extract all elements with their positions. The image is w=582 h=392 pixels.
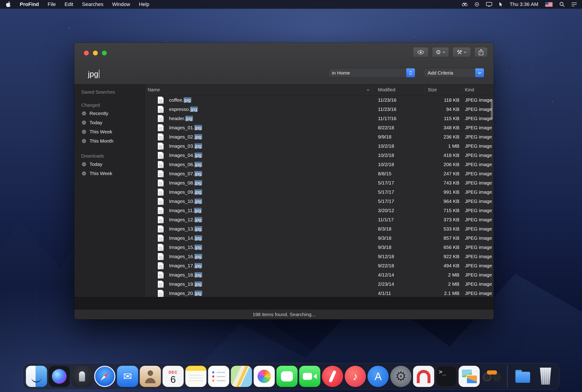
file-size: 494 KB — [425, 263, 462, 268]
dock-launchpad-icon[interactable] — [72, 366, 93, 387]
dock-mail-icon[interactable]: ✉ — [117, 366, 138, 387]
menu-file[interactable]: File — [48, 2, 56, 7]
dock-calendar-icon[interactable]: DEC6 — [163, 366, 184, 387]
sidebar-item-downloads-today[interactable]: Today — [81, 160, 145, 169]
dock-contacts-icon[interactable] — [140, 366, 161, 387]
dock-messages-icon[interactable] — [276, 366, 298, 387]
table-row[interactable]: Images_01.jpg 8/22/18 348 KB JPEG image — [145, 123, 494, 132]
menubar-clock[interactable]: Thu 3:36 AM — [510, 2, 538, 7]
dock-downloads-folder-icon[interactable] — [512, 366, 534, 387]
menu-searches[interactable]: Searches — [82, 2, 103, 7]
column-header-modified[interactable]: Modified — [373, 84, 425, 95]
display-menu-icon[interactable] — [486, 2, 492, 7]
dock-maps-icon[interactable] — [231, 366, 252, 387]
file-name-match: jpg — [194, 272, 202, 278]
dock-photos-icon[interactable] — [254, 366, 275, 387]
action-menu-button[interactable]: ⚙ — [432, 48, 449, 57]
dock-reminders-icon[interactable] — [208, 366, 229, 387]
notification-center-icon[interactable] — [572, 2, 577, 6]
menu-window[interactable]: Window — [112, 2, 130, 7]
document-icon — [158, 170, 164, 177]
file-name-cell: coffee.jpg — [145, 96, 373, 104]
sidebar-item-today[interactable]: Today — [81, 118, 145, 127]
file-name-match: jpg — [184, 97, 192, 102]
input-source-flag-icon[interactable] — [545, 2, 552, 7]
table-row[interactable]: Images_17.jpg 9/22/18 494 KB JPEG image — [145, 261, 494, 270]
file-kind: JPEG image — [462, 254, 494, 259]
table-row[interactable]: Images_04.jpg 10/2/18 418 KB JPEG image — [145, 151, 494, 160]
apple-menu-icon[interactable] — [6, 2, 11, 7]
menu-edit[interactable]: Edit — [65, 2, 74, 7]
menubar-app-name[interactable]: ProFind — [20, 2, 39, 7]
dock-news-icon[interactable] — [322, 366, 343, 387]
minimize-button[interactable] — [93, 50, 98, 56]
table-row[interactable]: espresso.jpg 11/23/16 94 KB JPEG image — [145, 105, 494, 114]
preview-button[interactable] — [413, 48, 428, 57]
file-size: 247 KB — [425, 171, 462, 176]
table-row[interactable]: coffee.jpg 11/23/16 118 KB JPEG image — [145, 96, 494, 105]
sidebar-item-label: Today — [90, 120, 102, 126]
dock-system-preferences-icon[interactable]: ⚙ — [390, 366, 412, 387]
table-row[interactable]: Images_12.jpg 11/1/17 373 KB JPEG image — [145, 215, 494, 224]
column-header-name[interactable]: Name — [145, 84, 373, 95]
sidebar-item-this-month[interactable]: This Month — [81, 136, 145, 146]
table-row[interactable]: Images_15.jpg 9/3/18 656 KB JPEG image — [145, 243, 494, 252]
column-header-size[interactable]: Size — [425, 84, 462, 95]
binoculars-menu-icon[interactable] — [462, 2, 468, 6]
file-size: 743 KB — [425, 180, 462, 186]
spotlight-icon[interactable] — [560, 2, 564, 7]
circle-status-menu-icon[interactable] — [474, 2, 479, 7]
zoom-button[interactable] — [102, 50, 107, 56]
table-row[interactable]: Images_10.jpg 5/17/17 964 KB JPEG image — [145, 197, 494, 206]
sidebar-item-recently[interactable]: Recently — [81, 109, 145, 118]
dock-music-icon[interactable]: ♪ — [345, 366, 366, 387]
sidebar-item-downloads-this-week[interactable]: This Week — [81, 169, 145, 178]
table-row[interactable]: Images_11.jpg 3/20/12 715 KB JPEG image — [145, 206, 494, 215]
dock-magnet-icon[interactable] — [413, 366, 434, 387]
file-name-cell: Images_19.jpg — [145, 281, 373, 288]
document-icon — [158, 244, 164, 251]
search-input[interactable]: jpg — [88, 70, 100, 78]
title-bar[interactable]: ⚙ ⚒ — [74, 43, 494, 64]
menu-help[interactable]: Help — [139, 2, 149, 7]
table-row[interactable]: Images_16.jpg 9/12/18 922 KB JPEG image — [145, 252, 494, 261]
dock-trash-icon[interactable] — [535, 366, 556, 387]
pointer-menu-icon[interactable] — [499, 2, 503, 7]
table-row[interactable]: Images_13.jpg 8/3/18 533 KB JPEG image — [145, 224, 494, 234]
close-button[interactable] — [84, 50, 89, 56]
table-row[interactable]: Images_06.jpg 10/2/18 206 KB JPEG image — [145, 160, 494, 169]
table-row[interactable]: Images_02.jpg 9/9/18 236 KB JPEG image — [145, 132, 494, 142]
file-modified: 11/23/16 — [373, 97, 425, 103]
file-kind: JPEG image — [462, 143, 494, 149]
table-row[interactable]: Images_20.jpg 4/1/11 2.1 MB JPEG image — [145, 289, 494, 297]
sidebar-item-this-week[interactable]: This Week — [81, 127, 145, 136]
table-row[interactable]: Images_09.jpg 5/17/17 991 KB JPEG image — [145, 188, 494, 197]
file-name-base: Images_03. — [169, 143, 194, 148]
column-header-kind[interactable]: Kind — [462, 84, 494, 95]
dock-notes-icon[interactable] — [186, 366, 206, 387]
dock-appstore-icon[interactable]: A — [368, 366, 389, 387]
dock-profind-icon[interactable] — [482, 366, 503, 387]
scrollbar-thumb[interactable] — [491, 99, 493, 120]
table-row[interactable]: Images_19.jpg 2/23/14 2 MB JPEG image — [145, 280, 494, 289]
table-row[interactable]: Images_08.jpg 5/17/17 743 KB JPEG image — [145, 178, 494, 188]
file-kind: JPEG image — [462, 217, 494, 222]
table-row[interactable]: Images_14.jpg 9/3/18 857 KB JPEG image — [145, 234, 494, 243]
table-row[interactable]: Images_18.jpg 4/12/14 2 MB JPEG image — [145, 270, 494, 280]
dock-screenshot-icon[interactable] — [459, 366, 480, 387]
tools-menu-button[interactable]: ⚒ — [453, 48, 471, 57]
scrollbar[interactable] — [491, 98, 493, 245]
scope-popup[interactable]: in Home — [328, 68, 415, 77]
table-row[interactable]: Images_03.jpg 10/2/18 1 MB JPEG image — [145, 142, 494, 151]
dock-terminal-icon[interactable]: >_ — [436, 366, 457, 387]
table-row[interactable]: header.jpg 11/17/16 115 KB JPEG image — [145, 114, 494, 123]
dock-finder-icon[interactable] — [26, 366, 47, 387]
dock-safari-icon[interactable] — [94, 366, 116, 387]
share-button[interactable] — [474, 48, 488, 57]
dock-siri-icon[interactable] — [49, 366, 70, 387]
dock-facetime-icon[interactable] — [299, 366, 320, 387]
add-criteria-popup[interactable]: Add Criteria — [424, 68, 484, 77]
table-row[interactable]: Images_07.jpg 8/8/15 247 KB JPEG image — [145, 169, 494, 178]
file-name-cell: Images_10.jpg — [145, 198, 373, 205]
file-name-cell: Images_13.jpg — [145, 226, 373, 232]
